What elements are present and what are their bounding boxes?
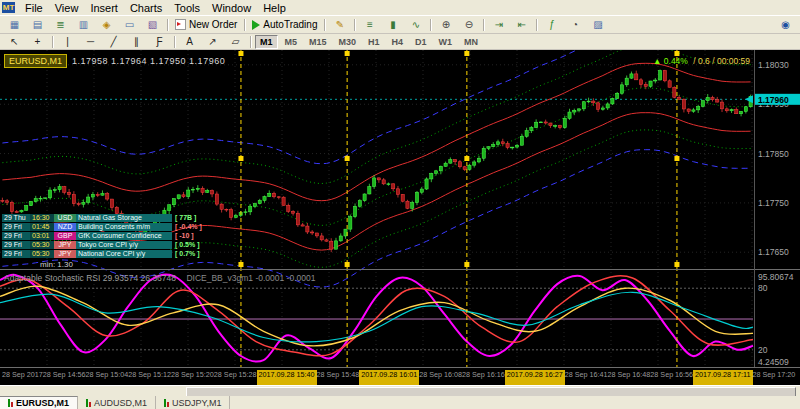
time-label: 28 Sep 17:20 — [753, 370, 796, 385]
timeframe-m30[interactable]: M30 — [334, 35, 362, 49]
chart-tab-eurusdm1[interactable]: EURUSD,M1 — [0, 396, 78, 409]
indicator-name-values-2: DICE_BB_v3gm1 -0.0001 -0.0001 — [186, 273, 315, 283]
candlestick-chart-icon[interactable]: ▮ — [382, 17, 403, 33]
chart-canvas[interactable]: 1.180301.179501.178501.177501.176501.179… — [0, 50, 800, 368]
strategy-tester-icon[interactable]: ▧ — [142, 17, 163, 33]
indicators-icon[interactable]: ƒ — [541, 17, 562, 33]
new-order-button[interactable]: New Order — [172, 17, 240, 33]
new-chart-icon[interactable]: ▦ — [4, 17, 25, 33]
candle-body — [515, 145, 518, 147]
text-icon[interactable]: A — [179, 34, 200, 50]
timeframe-w1[interactable]: W1 — [434, 35, 458, 49]
drawing-tools: ↖+|─╱∥ƑA↗▱ — [3, 34, 254, 50]
menu-items: FileViewInsertChartsToolsWindowHelp — [19, 1, 292, 15]
chart-tab-usdjpym1[interactable]: USDJPY,M1 — [156, 396, 230, 409]
candle-body — [201, 188, 204, 192]
candle-body — [673, 87, 676, 97]
auto-scroll-icon[interactable]: ⇥ — [488, 17, 509, 33]
menu-help[interactable]: Help — [257, 1, 292, 15]
candle-body — [20, 210, 23, 212]
crosshair-icon[interactable]: + — [27, 34, 48, 50]
chart-shift-icon[interactable]: ⇤ — [511, 17, 532, 33]
terminal-icon[interactable]: ▭ — [119, 17, 140, 33]
price-label: 1.17850 — [758, 149, 789, 159]
menu-insert[interactable]: Insert — [84, 1, 124, 15]
shapes-icon[interactable]: ▱ — [225, 34, 246, 50]
trendline-icon[interactable]: ╱ — [103, 34, 124, 50]
indicator-scale-label: 80 — [758, 283, 768, 293]
text-icon-glyph: A — [186, 35, 193, 48]
timeframe-mn[interactable]: MN — [459, 35, 483, 49]
menu-tools[interactable]: Tools — [168, 1, 206, 15]
timeframe-m5[interactable]: M5 — [280, 35, 303, 49]
candle-body — [644, 84, 647, 86]
timeframe-h4[interactable]: H4 — [387, 35, 409, 49]
news-row: 29 Fri05:30JPYNational Core CPI y/y[ 0.7… — [2, 250, 202, 258]
timeframe-m1[interactable]: M1 — [255, 35, 278, 49]
data-window-icon-glyph: ▥ — [79, 18, 88, 31]
candle-body — [25, 206, 28, 211]
autotrading-button-label: AutoTrading — [263, 19, 317, 30]
symbol-period-label[interactable]: EURUSD,M1 — [4, 54, 67, 68]
autotrading-button[interactable]: AutoTrading — [249, 17, 320, 33]
line-chart-icon[interactable]: ∿ — [405, 17, 426, 33]
news-currency: JPY — [54, 250, 76, 258]
menu-bar: MT FileViewInsertChartsToolsWindowHelp — [0, 0, 800, 16]
candle-body — [363, 194, 366, 201]
candle-body — [635, 74, 638, 80]
templates-icon[interactable]: ▨ — [587, 17, 608, 33]
candle-body — [277, 197, 280, 198]
fibonacci-icon[interactable]: Ƒ — [149, 34, 170, 50]
candle-timer-badge: ▲ 0.44% / 0.6 / 00:00:59 — [653, 56, 750, 66]
chart-shift-icon-glyph: ⇤ — [518, 18, 526, 31]
navigator-icon[interactable]: ◈ — [96, 17, 117, 33]
indicators-icon-glyph: ƒ — [549, 18, 555, 31]
candle-body — [168, 205, 171, 211]
bar-chart-icon-glyph: ≡ — [367, 18, 373, 31]
toolbar-separator — [250, 36, 251, 48]
zoom-in-icon[interactable]: ⊕ — [435, 17, 456, 33]
arrows-icon-glyph: ↗ — [208, 35, 216, 48]
metaeditor-icon[interactable]: ✎ — [329, 17, 350, 33]
arrows-icon[interactable]: ↗ — [202, 34, 223, 50]
candle-body — [549, 123, 552, 126]
bar-chart-icon[interactable]: ≡ — [359, 17, 380, 33]
channel-icon[interactable]: ∥ — [126, 34, 147, 50]
candle-body — [415, 192, 418, 202]
data-window-icon[interactable]: ▥ — [73, 17, 94, 33]
profiles-icon[interactable]: ▤ — [27, 17, 48, 33]
market-watch-icon[interactable]: ≣ — [50, 17, 71, 33]
menu-window[interactable]: Window — [206, 1, 257, 15]
help-icon[interactable]: ◉ — [775, 17, 796, 33]
menu-charts[interactable]: Charts — [124, 1, 168, 15]
candle-body — [39, 198, 42, 199]
candle-body — [692, 110, 695, 111]
candle-body — [411, 203, 414, 209]
periods-icon[interactable]: ◔ — [564, 17, 585, 33]
candle-body — [725, 109, 728, 111]
timeframe-m15[interactable]: M15 — [304, 35, 332, 49]
chart-tab-audusdm1[interactable]: AUDUSD,M1 — [78, 396, 156, 409]
timeframe-h1[interactable]: H1 — [363, 35, 385, 49]
cursor-icon[interactable]: ↖ — [4, 34, 25, 50]
time-axis[interactable]: 28 Sep 201728 Sep 14:5628 Sep 15:0428 Se… — [0, 368, 800, 385]
candle-body — [15, 212, 18, 213]
menu-file[interactable]: File — [19, 1, 49, 15]
terminal-icon-glyph: ▭ — [125, 18, 134, 31]
candle-body — [339, 236, 342, 241]
candle-body — [187, 190, 190, 197]
zoom-out-icon[interactable]: ⊖ — [458, 17, 479, 33]
timeframe-d1[interactable]: D1 — [410, 35, 432, 49]
horizontal-line-icon[interactable]: ─ — [80, 34, 101, 50]
news-time: 01:45 — [30, 223, 54, 231]
horizontal-scrollbar[interactable] — [0, 385, 800, 396]
candle-body — [620, 85, 623, 93]
menu-view[interactable]: View — [49, 1, 85, 15]
candle-body — [296, 213, 299, 225]
vline-handle — [464, 156, 469, 161]
toolbar-separator — [536, 19, 537, 31]
candle-body — [334, 241, 337, 249]
candle-body — [311, 232, 314, 233]
news-time: 16:30 — [30, 214, 54, 222]
vertical-line-icon[interactable]: | — [57, 34, 78, 50]
